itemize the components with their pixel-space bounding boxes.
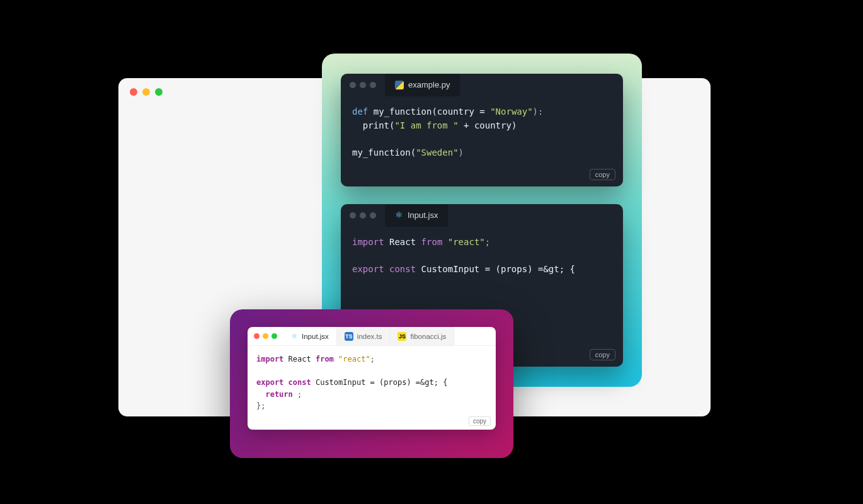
dot-icon	[370, 212, 376, 219]
python-icon	[395, 81, 404, 89]
snippet-card-magenta: ⚛ Input.jsx TS index.ts JS fibonacci.js …	[230, 309, 513, 458]
code-header: ⚛ Input.jsx	[341, 204, 623, 227]
copy-button[interactable]: copy	[590, 349, 615, 360]
dot-icon	[360, 212, 366, 219]
tab-label: fibonacci.js	[410, 333, 446, 340]
dot-icon	[370, 82, 376, 88]
window-dots	[248, 333, 283, 339]
code-content: import React from "react"; export const …	[341, 227, 623, 303]
copy-button[interactable]: copy	[469, 416, 491, 426]
close-icon[interactable]	[130, 88, 137, 96]
window-dots	[341, 74, 385, 96]
maximize-icon[interactable]	[155, 88, 163, 96]
tab-index-ts[interactable]: TS index.ts	[337, 327, 391, 345]
code-content: import React from "react"; export const …	[248, 346, 496, 430]
tab-label: Input.jsx	[302, 333, 329, 340]
tab-fibonacci-js[interactable]: JS fibonacci.js	[390, 327, 454, 345]
typescript-icon: TS	[345, 332, 353, 341]
code-header: example.py	[341, 74, 623, 96]
tab-label: index.ts	[357, 333, 382, 340]
code-content: def my_function(country = "Norway"): pri…	[341, 96, 623, 186]
copy-button[interactable]: copy	[590, 169, 615, 180]
maximize-icon[interactable]	[271, 333, 277, 339]
code-header: ⚛ Input.jsx TS index.ts JS fibonacci.js	[248, 327, 496, 346]
code-block-react-light: ⚛ Input.jsx TS index.ts JS fibonacci.js …	[248, 327, 496, 430]
tab-label: Input.jsx	[408, 209, 438, 222]
window-dots	[341, 204, 385, 227]
dot-icon	[350, 82, 356, 88]
react-icon: ⚛	[395, 209, 403, 222]
javascript-icon: JS	[397, 332, 406, 341]
tab-input-jsx[interactable]: ⚛ Input.jsx	[283, 327, 337, 345]
tab-input-jsx[interactable]: ⚛ Input.jsx	[385, 204, 448, 227]
tab-label: example.py	[408, 79, 450, 91]
minimize-icon[interactable]	[142, 88, 150, 96]
react-icon: ⚛	[291, 332, 298, 341]
code-block-python: example.py def my_function(country = "No…	[341, 74, 623, 186]
minimize-icon[interactable]	[263, 333, 268, 339]
dot-icon	[350, 212, 356, 219]
dot-icon	[360, 82, 366, 88]
tab-example-py[interactable]: example.py	[385, 74, 460, 96]
close-icon[interactable]	[254, 333, 260, 339]
